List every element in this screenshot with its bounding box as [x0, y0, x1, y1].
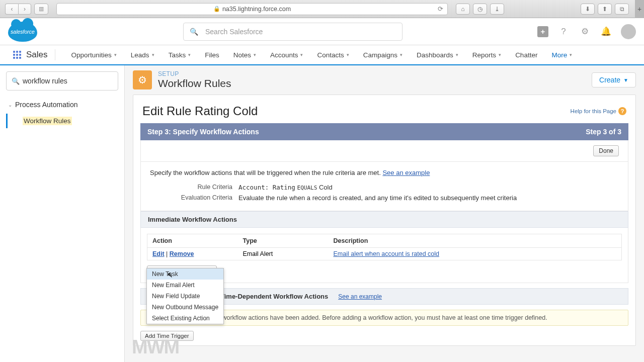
immediate-actions-body: Action Type Description Edit | Remove Em…	[140, 228, 628, 283]
remove-link[interactable]: Remove	[170, 250, 194, 257]
tree-category-process-automation[interactable]: ⌄ Process Automation	[6, 98, 118, 112]
rule-criteria-label: Rule Criteria	[150, 184, 238, 191]
see-example-link[interactable]: See an example	[382, 169, 430, 176]
tree-category-label: Process Automation	[15, 101, 78, 109]
nav-item-more[interactable]: More▾	[544, 45, 579, 64]
nav-item-contacts[interactable]: Contacts▾	[310, 45, 356, 64]
col-action: Action	[147, 234, 238, 248]
chevron-down-icon: ▾	[152, 52, 154, 57]
nav-label: Tasks	[169, 51, 186, 59]
rule-panel: Edit Rule Rating Cold Help for this Page…	[133, 95, 636, 346]
chevron-down-icon: ▾	[300, 52, 303, 57]
share-icon[interactable]: ⬆	[598, 4, 612, 15]
search-icon: 🔍	[190, 28, 198, 36]
step-bar: Step 3: Specify Workflow Actions Step 3 …	[140, 123, 628, 140]
create-label: Create	[599, 76, 620, 84]
nav-item-tasks[interactable]: Tasks▾	[162, 45, 198, 64]
add-action-menu: New TaskNew Email AlertNew Field UpdateN…	[146, 268, 224, 324]
nav-label: More	[551, 51, 567, 59]
app-launcher[interactable]: Sales	[6, 45, 55, 64]
browser-toolbar: ‹ › ▥ 🔒 na35.lightning.force.com ⟳ ⌂ ◷ ⤓…	[0, 0, 644, 18]
history-icon[interactable]: ◷	[473, 4, 487, 15]
nav-label: Opportunities	[71, 51, 112, 59]
help-icon[interactable]: ?	[557, 26, 570, 38]
row-description-link[interactable]: Email alert when account is rated cold	[334, 250, 440, 257]
nav-item-reports[interactable]: Reports▾	[465, 45, 508, 64]
chevron-down-icon: ▾	[456, 52, 458, 57]
chevron-down-icon: ▾	[347, 52, 349, 57]
sidebar-toggle-button[interactable]: ▥	[34, 4, 48, 15]
forward-button[interactable]: ›	[18, 4, 31, 15]
nav-item-leads[interactable]: Leads▾	[124, 45, 162, 64]
watermark: MWM	[132, 336, 179, 358]
app-header: salesforce 🔍 Search Salesforce + ? ⚙ 🔔	[0, 18, 644, 45]
quick-find-input[interactable]: 🔍 workflow rules	[6, 71, 118, 90]
tree-item-workflow-rules[interactable]: Workflow Rules	[6, 114, 118, 128]
nav-item-dashboards[interactable]: Dashboards▾	[410, 45, 465, 64]
help-icon: ?	[618, 107, 626, 115]
global-search-input[interactable]: 🔍 Search Salesforce	[183, 23, 403, 41]
gear-icon[interactable]: ⚙	[579, 26, 591, 38]
rule-criteria-value: Account: Rating EQUALS Cold	[238, 184, 333, 191]
global-new-button[interactable]: +	[537, 26, 548, 37]
nav-label: Chatter	[515, 51, 537, 59]
app-launcher-icon	[13, 51, 21, 59]
quick-find-value: workflow rules	[23, 77, 67, 85]
menu-item-new-field-update[interactable]: New Field Update	[147, 291, 223, 302]
nav-item-files[interactable]: Files	[198, 45, 226, 64]
rule-title: Edit Rule Rating Cold	[142, 104, 258, 118]
salesforce-logo: salesforce	[8, 22, 37, 42]
bell-icon[interactable]: 🔔	[600, 26, 612, 38]
download-icon[interactable]: ⬇	[581, 4, 595, 15]
evaluation-criteria-value: Evaluate the rule when a record is creat…	[238, 194, 517, 202]
col-description: Description	[329, 234, 622, 248]
nav-item-campaigns[interactable]: Campaigns▾	[356, 45, 410, 64]
table-row: Edit | Remove Email Alert Email alert wh…	[147, 248, 622, 260]
menu-item-new-task[interactable]: New Task	[147, 268, 223, 280]
step-counter: Step 3 of 3	[586, 128, 621, 136]
nav-item-accounts[interactable]: Accounts▾	[263, 45, 310, 64]
reload-icon[interactable]: ⟳	[438, 5, 443, 13]
done-button[interactable]: Done	[593, 145, 619, 156]
menu-item-select-existing-action[interactable]: Select Existing Action	[147, 313, 223, 324]
download-tray-icon[interactable]: ⤓	[490, 4, 504, 15]
nav-label: Reports	[472, 51, 496, 59]
row-type: Email Alert	[238, 248, 329, 260]
criteria-description: Specify the workflow actions that will b…	[150, 169, 619, 176]
nav-label: Files	[205, 51, 219, 59]
evaluation-criteria-label: Evaluation Criteria	[150, 194, 238, 202]
page-title: Workflow Rules	[158, 77, 231, 89]
nav-item-chatter[interactable]: Chatter	[508, 45, 544, 64]
chevron-down-icon: ▾	[570, 52, 572, 57]
nav-label: Notes	[233, 51, 251, 59]
menu-item-new-email-alert[interactable]: New Email Alert	[147, 280, 223, 291]
nav-label: Campaigns	[363, 51, 397, 59]
nav-label: Accounts	[270, 51, 298, 59]
avatar[interactable]	[621, 24, 636, 39]
gear-icon: ⚙	[133, 70, 152, 89]
col-type: Type	[238, 234, 329, 248]
content-area: ⚙ SETUP Workflow Rules Create ▼ Edit Rul…	[125, 65, 644, 362]
search-placeholder: Search Salesforce	[205, 28, 263, 36]
create-button[interactable]: Create ▼	[592, 72, 636, 87]
object-nav-bar: Sales Opportunities▾Leads▾Tasks▾FilesNot…	[0, 45, 644, 65]
menu-item-new-outbound-message[interactable]: New Outbound Message	[147, 302, 223, 313]
new-tab-button[interactable]: +	[635, 0, 644, 18]
help-link[interactable]: Help for this Page ?	[571, 107, 626, 115]
immediate-actions-header: Immediate Workflow Actions	[140, 211, 628, 228]
chevron-down-icon: ▾	[499, 52, 501, 57]
url-text: na35.lightning.force.com	[222, 6, 291, 13]
app-name: Sales	[26, 50, 48, 60]
chevron-down-icon: ▾	[114, 52, 117, 57]
home-icon[interactable]: ⌂	[456, 4, 470, 15]
tabs-icon[interactable]: ⧉	[615, 4, 629, 15]
chevron-down-icon: ▾	[400, 52, 403, 57]
nav-label: Leads	[131, 51, 149, 59]
edit-link[interactable]: Edit	[152, 250, 165, 257]
nav-item-opportunities[interactable]: Opportunities▾	[64, 45, 124, 64]
caret-down-icon: ▼	[623, 77, 628, 83]
address-bar[interactable]: 🔒 na35.lightning.force.com ⟳	[56, 3, 448, 15]
back-button[interactable]: ‹	[5, 4, 18, 15]
nav-item-notes[interactable]: Notes▾	[226, 45, 263, 64]
see-example-link[interactable]: See an example	[338, 293, 382, 300]
